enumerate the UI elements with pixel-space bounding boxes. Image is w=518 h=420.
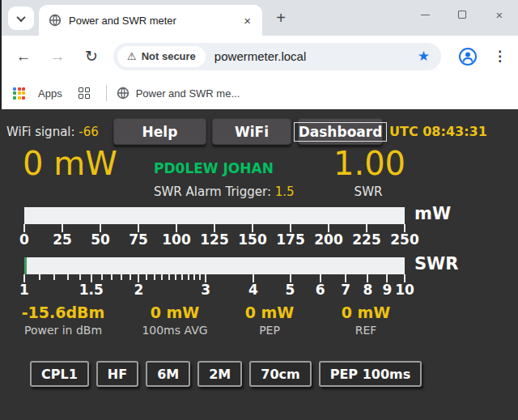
back-button[interactable]: ← (13, 48, 34, 66)
tick-label: 6 (316, 282, 325, 298)
bookmarks-separator (106, 85, 107, 101)
bookmark-item[interactable]: Power and SWR me... (117, 87, 240, 100)
power-meter-gauge: mW 0255075100125150175200225250 (0, 207, 518, 257)
callsign: PD0LEW JOHAN (154, 160, 274, 176)
minor-tick (188, 274, 189, 280)
minor-tick (199, 274, 201, 280)
tick-label: 200 (314, 231, 343, 248)
70cm-button[interactable]: 70cm (249, 361, 311, 387)
minor-tick (101, 274, 103, 280)
tick-label: 100 (162, 231, 191, 248)
stat-value: 0 mW (245, 303, 295, 321)
minor-tick (121, 274, 122, 280)
tick-label: 5 (286, 282, 295, 298)
tab-strip: Power and SWR meter × + × (0, 0, 518, 36)
stat-avg: 0 mW100ms AVG (142, 303, 207, 337)
power-meter-bar (24, 207, 405, 224)
stat-pep: 0 mWPEP (245, 303, 295, 337)
tick-label: 2 (134, 282, 144, 298)
window-close-button[interactable]: × (481, 0, 518, 29)
profile-button[interactable] (458, 47, 478, 66)
pep-100ms-button[interactable]: PEP 100ms (319, 361, 422, 387)
tick-label: 125 (200, 231, 229, 248)
reload-icon: ↻ (85, 48, 98, 65)
stat-value: 0 mW (142, 303, 207, 321)
tick-label: 8 (363, 282, 373, 298)
power-meter-unit-label: mW (414, 204, 451, 223)
stat-label: PEP (245, 324, 295, 337)
globe-icon (117, 87, 130, 100)
tick-label: 10 (395, 282, 414, 298)
stat-power-dbm: -15.6dBmPower in dBm (22, 303, 105, 337)
apps-shortcut[interactable]: Apps (13, 87, 62, 100)
tick-label: 50 (91, 231, 110, 248)
star-icon: ★ (418, 49, 430, 64)
band-buttons-row: CPL1 HF 6M 2M 70cm PEP 100ms (30, 361, 422, 387)
minor-tick (154, 274, 155, 280)
wifi-signal: WiFi signal: -66 (6, 125, 113, 139)
6m-button[interactable]: 6M (146, 361, 190, 387)
tick-label: 225 (352, 231, 381, 248)
tick-label: 4 (248, 282, 258, 298)
stat-label: Power in dBm (22, 324, 105, 337)
2m-button[interactable]: 2M (197, 361, 242, 387)
tab-power-swr-meter[interactable]: Power and SWR meter × (39, 5, 262, 36)
minor-tick (193, 274, 195, 280)
minor-tick (67, 274, 69, 280)
security-chip[interactable]: ⚠ Not secure (117, 46, 206, 67)
minor-tick (168, 274, 170, 280)
swr-caption: SWR (333, 185, 403, 199)
tick-label: 75 (129, 231, 148, 248)
page-topbar: WiFi signal: -66 Help WiFi Dashboard UTC… (6, 118, 512, 145)
address-bar[interactable]: ⚠ Not secure powermeter.local ★ (113, 43, 441, 70)
tick-label: 250 (390, 231, 419, 248)
window-controls: × (406, 0, 518, 29)
wifi-button[interactable]: WiFi (212, 118, 291, 145)
profile-icon (458, 47, 478, 66)
utc-clock: UTC 08:43:31 (389, 124, 487, 139)
wifi-signal-label: WiFi signal: (6, 125, 79, 139)
browser-toolbar: ← → ↻ ⚠ Not secure powermeter.local ★ ⋮ (0, 36, 518, 77)
stat-ref: 0 mWREF (342, 303, 391, 337)
cpl1-button[interactable]: CPL1 (30, 361, 89, 387)
menu-button[interactable]: ⋮ (493, 48, 507, 65)
tick-label: 175 (276, 231, 305, 248)
reload-button[interactable]: ↻ (81, 47, 102, 66)
minor-tick (39, 274, 40, 280)
chevron-down-icon (16, 12, 25, 21)
squares-icon (79, 87, 83, 92)
forward-button[interactable]: → (47, 48, 68, 66)
globe-icon (49, 14, 62, 27)
apps-grid-icon (13, 87, 25, 100)
swr-alarm-label: SWR Alarm Trigger: (154, 185, 275, 199)
tick-label: 0 (19, 231, 29, 248)
power-reading: 0 mW (23, 145, 117, 182)
tab-close-button[interactable]: × (242, 14, 253, 28)
tick-label: 3 (201, 282, 210, 298)
minor-tick (79, 274, 81, 280)
minor-tick (130, 274, 131, 280)
maximize-button[interactable] (444, 0, 481, 29)
tick-label: 25 (53, 231, 72, 248)
bookmarks-bar: Apps Power and SWR me... (0, 77, 518, 109)
help-button[interactable]: Help (113, 118, 206, 145)
new-tab-button[interactable]: + (270, 7, 291, 28)
forward-icon: → (50, 48, 66, 65)
warning-icon: ⚠ (127, 50, 137, 62)
swr-meter-bar (24, 257, 405, 274)
tick-label: 150 (238, 231, 267, 248)
dashboard-button-label: Dashboard (294, 122, 388, 142)
stat-value: 0 mW (342, 303, 391, 321)
maximize-icon (458, 11, 466, 19)
bookmark-star-button[interactable]: ★ (418, 48, 430, 65)
swr-alarm-trigger: SWR Alarm Trigger: 1.5 (154, 185, 295, 199)
dashboard-button[interactable]: Dashboard (298, 118, 383, 145)
back-icon: ← (16, 48, 32, 65)
stat-label: REF (342, 324, 391, 337)
tab-search-button[interactable] (8, 6, 34, 30)
minor-tick (175, 274, 176, 280)
minimize-icon (421, 15, 430, 15)
tab-groups-button[interactable] (79, 87, 90, 99)
hf-button[interactable]: HF (96, 361, 138, 387)
minimize-button[interactable] (406, 0, 444, 29)
